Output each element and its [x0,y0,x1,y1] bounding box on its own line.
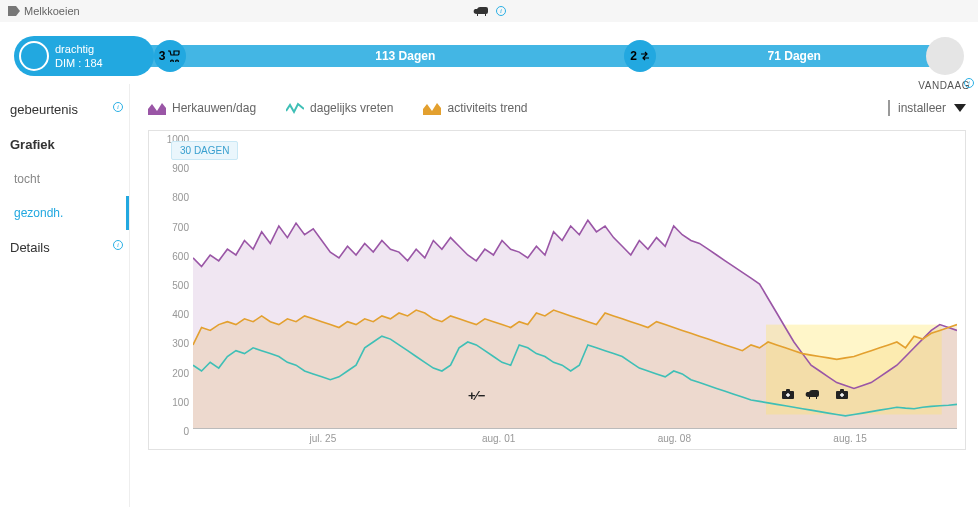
dim-label: DIM : 184 [55,56,103,70]
chart-event-medkit-icon[interactable] [781,388,795,403]
legend-eating-label: dagelijks vreten [310,101,393,115]
x-tick: aug. 15 [833,433,866,444]
timeline-seg-1: 113 Dagen [186,49,624,63]
y-tick: 600 [172,250,189,261]
timeline-container: drachtig DIM : 184 3 113 Dagen 2 71 Dage… [0,22,978,84]
info-icon-chart[interactable]: i [964,78,974,88]
status-label: drachtig [55,42,103,56]
seg2-label: 71 Dagen [768,49,821,63]
legend-rumination[interactable]: Herkauwen/dag [148,101,256,115]
swap-icon [639,50,651,62]
status-circle-icon [19,41,49,71]
sidebar-item-gebeurtenis[interactable]: gebeurtenis i [0,92,129,127]
stroller-icon [167,50,181,62]
timeline-today-circle[interactable] [926,37,964,75]
y-tick: 800 [172,192,189,203]
x-tick: aug. 08 [658,433,691,444]
node2-num: 2 [630,49,637,63]
timeline-node-2[interactable]: 2 [624,40,656,72]
info-icon-details[interactable]: i [113,240,123,250]
timeline-node-1[interactable]: 3 [154,40,186,72]
legend-activity-label: activiteits trend [447,101,527,115]
y-tick: 300 [172,338,189,349]
sidebar-item-grafiek[interactable]: Grafiek [0,127,129,162]
x-tick: aug. 01 [482,433,515,444]
rumination-swatch-icon [148,101,166,115]
chart[interactable]: 30 DAGEN 0100200300400500600700800900100… [148,130,966,450]
installer-bar-icon [888,100,890,116]
chart-event-cow-icon[interactable] [804,388,820,403]
chart-event-plus-minus-icon[interactable]: +⁄− [468,388,485,403]
y-tick: 0 [183,426,189,437]
chart-event-medkit-icon[interactable] [835,388,849,403]
cow-header: i [472,5,506,17]
tag-icon [8,6,20,16]
grafiek-label: Grafiek [10,137,55,152]
gezondh-label: gezondh. [14,206,63,220]
legend: Herkauwen/dag dagelijks vreten activitei… [148,92,966,120]
sidebar-item-gezondh[interactable]: gezondh. [0,196,129,230]
group-label[interactable]: Melkkoeien [8,5,80,17]
cow-icon [472,5,490,17]
plot-area: +⁄− [193,139,957,429]
y-tick: 400 [172,309,189,320]
y-tick: 500 [172,280,189,291]
y-axis: 01002003004005006007008009001000 [149,131,193,429]
sidebar-item-tocht[interactable]: tocht [0,162,129,196]
x-axis: jul. 25aug. 01aug. 08aug. 15 [193,429,957,449]
y-tick: 200 [172,367,189,378]
sidebar-item-details[interactable]: Details i [0,230,129,265]
seg1-label: 113 Dagen [375,49,435,63]
chevron-down-icon [954,104,966,112]
details-label: Details [10,240,50,255]
main-panel: i Herkauwen/dag dagelijks vreten activit… [130,84,978,507]
timeline-seg-2: 71 Dagen [656,49,932,63]
gebeurtenis-label: gebeurtenis [10,102,78,117]
installer-dropdown[interactable]: installeer [888,100,966,116]
timeline-bar: 3 113 Dagen 2 71 Dagen [144,45,932,67]
y-tick: 100 [172,396,189,407]
info-icon-gebeurtenis[interactable]: i [113,102,123,112]
eating-swatch-icon [286,101,304,115]
node1-num: 3 [159,49,166,63]
x-tick: jul. 25 [310,433,337,444]
svg-rect-5 [840,389,844,392]
activity-swatch-icon [423,101,441,115]
timeline: drachtig DIM : 184 3 113 Dagen 2 71 Dage… [14,36,964,76]
y-tick: 900 [172,163,189,174]
tocht-label: tocht [14,172,40,186]
legend-rumination-label: Herkauwen/dag [172,101,256,115]
range-badge[interactable]: 30 DAGEN [171,141,238,160]
legend-eating[interactable]: dagelijks vreten [286,101,393,115]
sidebar: gebeurtenis i Grafiek tocht gezondh. Det… [0,84,130,507]
installer-label: installeer [898,101,946,115]
svg-rect-3 [786,389,790,392]
cow-info-icon[interactable]: i [496,6,506,16]
top-strip: Melkkoeien i [0,0,978,22]
legend-activity[interactable]: activiteits trend [423,101,527,115]
timeline-status-pill[interactable]: drachtig DIM : 184 [14,36,154,76]
group-text: Melkkoeien [24,5,80,17]
y-tick: 700 [172,221,189,232]
